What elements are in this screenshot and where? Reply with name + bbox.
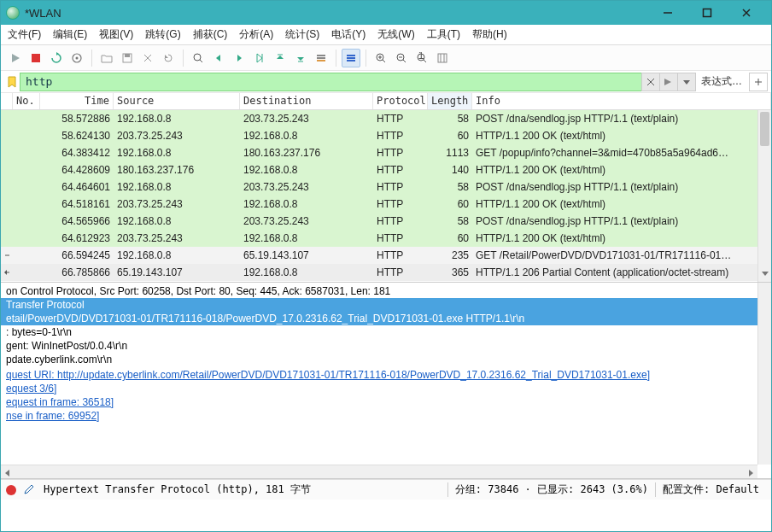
menu-edit[interactable]: 编辑(E) [53, 27, 87, 42]
menu-telephony[interactable]: 电话(Y) [331, 27, 366, 42]
capture-options-icon[interactable] [67, 49, 86, 67]
menu-capture[interactable]: 捕获(C) [193, 27, 228, 42]
packet-row[interactable]: 64.428609180.163.237.176192.168.0.8HTTP1… [1, 161, 771, 178]
col-info[interactable]: Info [472, 93, 771, 109]
cell-no [13, 169, 40, 171]
close-button[interactable] [727, 1, 766, 25]
menu-tools[interactable]: 工具(T) [427, 27, 460, 42]
detail-line[interactable]: : bytes=0-1\r\n [1, 325, 771, 339]
display-filter-input[interactable] [20, 73, 642, 91]
scroll-left-icon[interactable] [3, 468, 12, 479]
detail-line[interactable]: pdate.cyberlink.com\r\n [1, 353, 771, 366]
details-scrollbar-horizontal[interactable] [1, 465, 757, 478]
filter-bookmark-icon[interactable] [4, 74, 20, 90]
expression-button[interactable]: 表达式… [701, 74, 742, 89]
packet-row[interactable]: 64.565966192.168.0.8203.73.25.243HTTP58P… [1, 213, 771, 230]
status-profile[interactable]: 配置文件: Default [655, 482, 766, 497]
detail-line-selected[interactable]: etail/PowerDVD/DVD171031-01/TR171116-018… [1, 312, 771, 325]
go-forward-icon[interactable] [230, 49, 249, 67]
col-protocol[interactable]: Protocol [373, 93, 428, 109]
go-back-icon[interactable] [209, 49, 228, 67]
cell-dst: 203.73.25.243 [240, 180, 373, 194]
filter-add-button[interactable] [749, 73, 768, 91]
cell-proto: HTTP [373, 248, 428, 262]
detail-line[interactable]: on Control Protocol, Src Port: 60258, Ds… [1, 284, 771, 298]
detail-link[interactable]: quest URI: http://update.cyberlink.com/R… [1, 368, 771, 382]
scroll-down-icon[interactable] [761, 268, 769, 280]
status-packet-count: 分组: 73846 · 已显示: 2643 (3.6%) [447, 482, 655, 497]
cell-len: 60 [428, 231, 472, 245]
maximize-button[interactable] [687, 1, 727, 25]
scrollbar-thumb[interactable] [760, 112, 769, 146]
reload-icon[interactable] [159, 49, 178, 67]
col-destination[interactable]: Destination [240, 93, 373, 109]
colorize-icon[interactable] [342, 49, 360, 67]
zoom-in-icon[interactable] [371, 49, 390, 67]
detail-line[interactable]: gent: WinInetPost/0.0.4\r\n [1, 339, 771, 353]
statusbar: Hypertext Transfer Protocol (http), 181 … [1, 479, 771, 500]
zoom-out-icon[interactable] [392, 49, 411, 67]
svg-marker-46 [683, 80, 690, 85]
packet-row[interactable]: 64.464601192.168.0.8203.73.25.243HTTP58P… [1, 178, 771, 196]
details-scrollbar-vertical[interactable] [757, 283, 771, 465]
goto-first-icon[interactable] [271, 49, 290, 67]
edit-icon[interactable] [23, 483, 37, 497]
start-capture-icon[interactable] [6, 49, 25, 67]
packet-row[interactable]: 58.624130203.73.25.243192.168.0.8HTTP60H… [1, 127, 771, 144]
open-file-icon[interactable] [97, 49, 116, 67]
packet-row[interactable]: 66.594245192.168.0.865.19.143.107HTTP235… [1, 247, 771, 264]
zoom-reset-icon[interactable]: 1 [412, 49, 431, 67]
menu-statistics[interactable]: 统计(S) [285, 27, 319, 42]
svg-line-31 [383, 60, 385, 62]
cell-time: 64.518161 [40, 197, 114, 211]
filter-history-button[interactable] [677, 73, 696, 91]
menu-view[interactable]: 视图(V) [99, 27, 133, 42]
menu-help[interactable]: 帮助(H) [472, 27, 507, 42]
close-file-icon[interactable] [138, 49, 157, 67]
detail-line-selected[interactable]: Transfer Protocol [1, 298, 771, 312]
packet-list-scrollbar[interactable] [757, 110, 771, 282]
menu-analyze[interactable]: 分析(A) [239, 27, 273, 42]
menu-go[interactable]: 跳转(G) [145, 27, 180, 42]
auto-scroll-icon[interactable] [312, 49, 330, 67]
filter-apply-button[interactable] [659, 73, 678, 91]
cell-proto: HTTP [373, 163, 428, 177]
packet-list-header: No. Time Source Destination Protocol Len… [1, 93, 771, 110]
resize-columns-icon[interactable] [433, 49, 452, 67]
menu-file[interactable]: 文件(F) [8, 27, 41, 42]
menu-wireless[interactable]: 无线(W) [377, 27, 414, 42]
detail-link[interactable]: nse in frame: 69952] [1, 409, 771, 423]
detail-link[interactable]: equest 3/6] [1, 382, 771, 395]
packet-row[interactable]: 64.518161203.73.25.243192.168.0.8HTTP60H… [1, 196, 771, 213]
packet-row[interactable]: 58.572886192.168.0.8203.73.25.243HTTP58P… [1, 110, 771, 127]
packet-row[interactable]: 66.78586665.19.143.107192.168.0.8HTTP365… [1, 264, 771, 281]
cell-no [13, 186, 40, 188]
minimize-button[interactable] [648, 1, 687, 25]
col-no[interactable]: No. [13, 93, 40, 109]
find-icon[interactable] [189, 49, 208, 67]
restart-capture-icon[interactable] [47, 49, 66, 67]
goto-last-icon[interactable] [291, 49, 310, 67]
packet-row[interactable]: 64.612923203.73.25.243192.168.0.8HTTP60H… [1, 230, 771, 247]
packet-details[interactable]: on Control Protocol, Src Port: 60258, Ds… [1, 283, 771, 479]
cell-proto: HTTP [373, 146, 428, 160]
cell-proto: HTTP [373, 180, 428, 194]
cell-dst: 192.168.0.8 [240, 129, 373, 143]
packet-row[interactable]: 64.383412192.168.0.8180.163.237.176HTTP1… [1, 144, 771, 161]
col-time[interactable]: Time [40, 93, 114, 109]
filter-clear-button[interactable] [641, 73, 660, 91]
toolbar: 1 [1, 45, 771, 71]
scroll-right-icon[interactable] [746, 468, 755, 479]
save-file-icon[interactable] [118, 49, 137, 67]
capture-status-icon[interactable] [6, 485, 16, 495]
col-length[interactable]: Length [428, 93, 472, 109]
detail-link[interactable]: equest in frame: 36518] [1, 395, 771, 409]
cell-len: 1113 [428, 146, 472, 160]
stop-capture-icon[interactable] [26, 49, 45, 67]
cell-src: 203.73.25.243 [114, 197, 240, 211]
packet-list: No. Time Source Destination Protocol Len… [1, 93, 771, 283]
col-source[interactable]: Source [114, 93, 240, 109]
svg-rect-25 [317, 57, 325, 59]
goto-packet-icon[interactable] [250, 49, 269, 67]
cell-proto: HTTP [373, 266, 428, 279]
